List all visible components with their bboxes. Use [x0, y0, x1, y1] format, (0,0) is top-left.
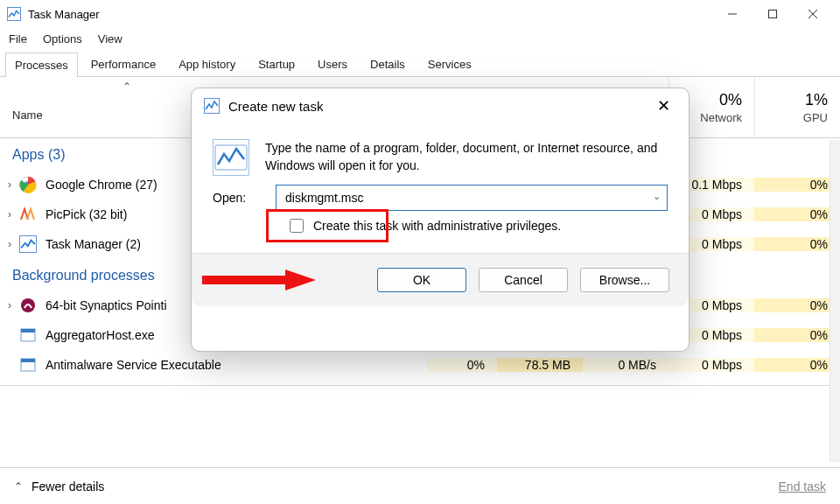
process-name: Antimalware Service Executable: [46, 358, 427, 372]
open-label: Open:: [213, 191, 258, 205]
expand-icon[interactable]: ›: [0, 208, 19, 220]
vertical-scrollbar[interactable]: [830, 140, 840, 462]
taskmgr-icon: [7, 7, 21, 21]
cell-network: 0 Mbps: [668, 358, 754, 372]
annotation-arrow: [202, 268, 316, 292]
tab-performance[interactable]: Performance: [81, 52, 165, 76]
minimize-button[interactable]: [712, 0, 752, 28]
expand-icon[interactable]: ›: [0, 299, 19, 312]
menu-options[interactable]: Options: [43, 32, 82, 46]
chrome-icon: [19, 176, 37, 193]
sort-caret-icon: ⌃: [122, 80, 131, 93]
svg-rect-8: [21, 329, 35, 332]
cell-gpu: 0%: [754, 358, 840, 372]
svg-rect-10: [21, 359, 35, 362]
open-input[interactable]: [276, 185, 668, 211]
end-task-button[interactable]: End task: [779, 480, 826, 494]
tab-startup[interactable]: Startup: [248, 52, 304, 76]
menubar: File Options View: [0, 28, 840, 49]
svg-rect-1: [769, 10, 777, 18]
picpick-icon: [19, 206, 37, 223]
svg-marker-14: [285, 270, 316, 290]
cell-gpu: 0%: [754, 178, 840, 192]
browse-button[interactable]: Browse...: [580, 268, 669, 292]
chevron-up-icon[interactable]: ⌃: [14, 480, 23, 493]
exe-icon: [19, 326, 37, 344]
tab-app-history[interactable]: App history: [169, 52, 245, 76]
taskmgr-icon: [19, 235, 37, 253]
bottom-bar: ⌃ Fewer details End task: [0, 467, 840, 504]
list-divider: [0, 385, 840, 386]
cell-gpu: 0%: [754, 328, 840, 342]
synaptics-icon: [19, 297, 37, 314]
cell-gpu: 0%: [754, 298, 840, 312]
run-icon: [213, 139, 249, 176]
fewer-details-link[interactable]: Fewer details: [32, 480, 104, 494]
table-row[interactable]: Antimalware Service Executable 0% 78.5 M…: [0, 350, 840, 380]
tab-processes[interactable]: Processes: [5, 52, 78, 77]
cell-disk: 0 MB/s: [583, 358, 668, 372]
col-network-pct: 0%: [719, 91, 742, 109]
cancel-button[interactable]: Cancel: [479, 268, 568, 292]
col-network-label: Network: [700, 111, 742, 124]
close-button[interactable]: [793, 0, 833, 28]
admin-label: Create this task with administrative pri…: [313, 219, 561, 233]
tabs: Processes Performance App history Startu…: [0, 49, 840, 77]
col-gpu-pct: 1%: [805, 91, 828, 109]
window-title: Task Manager: [28, 8, 100, 21]
cell-gpu: 0%: [754, 207, 840, 221]
exe-icon: [19, 356, 37, 374]
run-dialog-titleicon: [204, 98, 220, 114]
svg-rect-11: [205, 99, 219, 113]
admin-checkbox[interactable]: [290, 219, 304, 233]
col-gpu-label: GPU: [803, 111, 828, 124]
titlebar: Task Manager: [0, 0, 840, 28]
menu-file[interactable]: File: [9, 32, 27, 46]
cell-cpu: 0%: [427, 358, 497, 372]
create-task-dialog: Create new task ✕ Type the name of a pro…: [191, 88, 690, 352]
expand-icon[interactable]: ›: [0, 238, 19, 250]
menu-view[interactable]: View: [98, 32, 122, 46]
dialog-title: Create new task: [228, 99, 323, 114]
dialog-close-button[interactable]: ✕: [650, 96, 676, 116]
dialog-description: Type the name of a program, folder, docu…: [265, 139, 668, 176]
tab-details[interactable]: Details: [360, 52, 415, 76]
col-name-label: Name: [12, 108, 43, 122]
ok-button[interactable]: OK: [377, 268, 466, 292]
col-gpu[interactable]: 1% GPU: [754, 77, 840, 137]
cell-memory: 78.5 MB: [497, 358, 583, 372]
maximize-button[interactable]: [752, 0, 793, 28]
expand-icon[interactable]: ›: [0, 178, 19, 191]
cell-gpu: 0%: [754, 237, 840, 251]
dropdown-caret-icon[interactable]: ⌄: [653, 191, 661, 202]
tab-users[interactable]: Users: [308, 52, 357, 76]
tab-services[interactable]: Services: [418, 52, 481, 76]
